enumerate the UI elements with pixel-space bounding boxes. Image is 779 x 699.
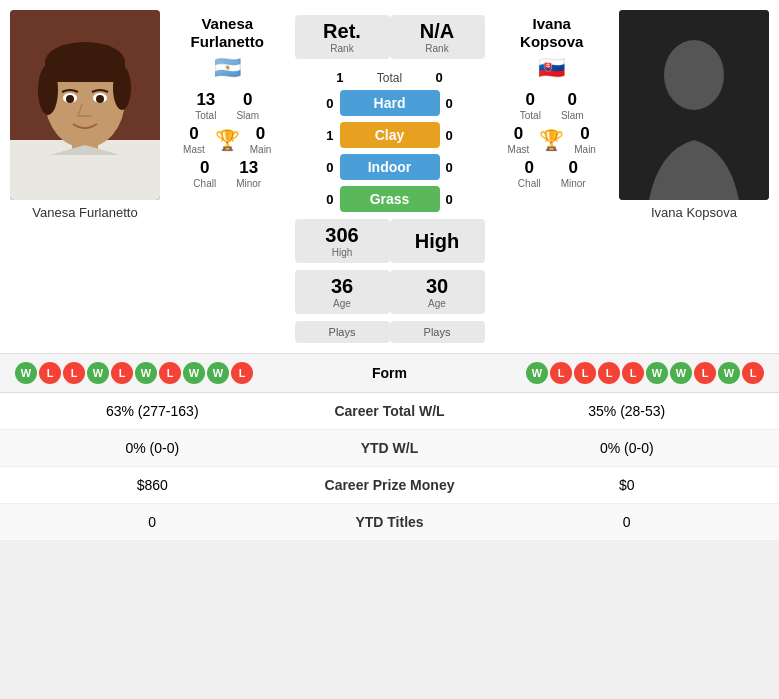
form-pill-l: L — [694, 362, 716, 384]
player1-mast-main-row: 0 Mast 🏆 0 Main — [160, 124, 295, 155]
player2-form-pills: WLLLLWWLWL — [526, 362, 764, 384]
form-pill-l: L — [550, 362, 572, 384]
player1-stats: 13 Total 0 Slam 0 Mast 🏆 0 — [160, 87, 295, 192]
form-pill-w: W — [87, 362, 109, 384]
form-pill-w: W — [135, 362, 157, 384]
player2-prize: $0 — [490, 477, 765, 493]
player2-high-box: High — [390, 219, 485, 263]
player1-chall-minor-row: 0 Chall 13 Minor — [160, 158, 295, 189]
player1-prize: $860 — [15, 477, 290, 493]
player1-age-box: 36 Age — [295, 270, 390, 314]
player1-ytd-wl: 0% (0-0) — [15, 440, 290, 456]
player1-chall: 0 Chall — [193, 158, 216, 189]
player1-high-box: 306 High — [295, 219, 390, 263]
player2-chall-minor-row: 0 Chall 0 Minor — [485, 158, 620, 189]
career-wl-label: Career Total W/L — [290, 403, 490, 419]
hard-badge: Hard — [340, 90, 440, 116]
player1-name: Vanesa Furlanetto — [191, 15, 264, 51]
form-pill-l: L — [574, 362, 596, 384]
players-comparison-section: Vanesa Furlanetto Vanesa Furlanetto 🇦🇷 1… — [0, 0, 779, 353]
main-container: Vanesa Furlanetto Vanesa Furlanetto 🇦🇷 1… — [0, 0, 779, 541]
form-section: WLLWLWLWWL Form WLLLLWWLWL — [0, 353, 779, 392]
career-wl-row: 63% (277-163) Career Total W/L 35% (28-5… — [0, 393, 779, 430]
form-pill-w: W — [15, 362, 37, 384]
center-rank-section: Ret. Rank N/A Rank — [295, 15, 485, 59]
player1-mast: 0 Mast — [183, 124, 205, 155]
player1-total-slam-row: 13 Total 0 Slam — [160, 90, 295, 121]
player2-flag: 🇸🇰 — [538, 55, 565, 81]
form-pill-l: L — [231, 362, 253, 384]
svg-rect-5 — [45, 62, 125, 82]
form-pill-w: W — [646, 362, 668, 384]
form-pill-w: W — [207, 362, 229, 384]
grass-comparison-row: 0 Grass 0 — [295, 186, 485, 212]
form-pill-l: L — [159, 362, 181, 384]
svg-point-6 — [38, 65, 58, 115]
prize-label: Career Prize Money — [290, 477, 490, 493]
hard-comparison-row: 0 Hard 0 — [295, 90, 485, 116]
center-column: Ret. Rank N/A Rank 1 Total 0 0 Hard 0 — [295, 10, 485, 343]
ytd-titles-row: 0 YTD Titles 0 — [0, 504, 779, 541]
player2-trophy-icon: 🏆 — [539, 128, 564, 152]
svg-point-10 — [66, 95, 74, 103]
form-label: Form — [340, 365, 440, 381]
player1-slam: 0 Slam — [236, 90, 259, 121]
player2-name-below: Ivana Kopsova — [619, 205, 769, 220]
player2-ytd-wl: 0% (0-0) — [490, 440, 765, 456]
player2-name: Ivana Kopsova — [520, 15, 583, 51]
player1-photo-column: Vanesa Furlanetto — [10, 10, 160, 343]
player2-main: 0 Main — [574, 124, 596, 155]
player2-total: 0 Total — [520, 90, 541, 121]
player1-main: 0 Main — [250, 124, 272, 155]
form-pill-l: L — [598, 362, 620, 384]
clay-comparison-row: 1 Clay 0 — [295, 122, 485, 148]
clay-badge: Clay — [340, 122, 440, 148]
svg-point-13 — [664, 40, 724, 110]
player1-rank-box: Ret. Rank — [295, 15, 390, 59]
player2-age-box: 30 Age — [390, 270, 485, 314]
player1-trophy-icon: 🏆 — [215, 128, 240, 152]
player2-rank-box: N/A Rank — [390, 15, 485, 59]
prize-money-row: $860 Career Prize Money $0 — [0, 467, 779, 504]
form-pill-l: L — [111, 362, 133, 384]
indoor-badge: Indoor — [340, 154, 440, 180]
form-pill-w: W — [718, 362, 740, 384]
player2-stats-column: Ivana Kopsova 🇸🇰 0 Total 0 Slam — [485, 10, 620, 343]
indoor-comparison-row: 0 Indoor 0 — [295, 154, 485, 180]
player2-mast: 0 Mast — [508, 124, 530, 155]
player2-chall: 0 Chall — [518, 158, 541, 189]
player1-total: 13 Total — [195, 90, 216, 121]
player2-minor: 0 Minor — [561, 158, 586, 189]
player1-plays-box: Plays — [295, 321, 390, 343]
form-pill-l: L — [39, 362, 61, 384]
svg-point-11 — [96, 95, 104, 103]
svg-point-7 — [113, 66, 131, 110]
player1-name-below: Vanesa Furlanetto — [10, 205, 160, 220]
player2-slam: 0 Slam — [561, 90, 584, 121]
player1-photo — [10, 10, 160, 200]
ytd-wl-label: YTD W/L — [290, 440, 490, 456]
player2-mast-main-row: 0 Mast 🏆 0 Main — [485, 124, 620, 155]
player2-plays-box: Plays — [390, 321, 485, 343]
form-pill-l: L — [742, 362, 764, 384]
player1-career-wl: 63% (277-163) — [15, 403, 290, 419]
player2-photo — [619, 10, 769, 200]
form-pill-l: L — [63, 362, 85, 384]
form-pill-w: W — [183, 362, 205, 384]
player1-titles: 0 — [15, 514, 290, 530]
grass-badge: Grass — [340, 186, 440, 212]
player2-career-wl: 35% (28-53) — [490, 403, 765, 419]
player2-titles: 0 — [490, 514, 765, 530]
ytd-wl-row: 0% (0-0) YTD W/L 0% (0-0) — [0, 430, 779, 467]
form-pill-l: L — [622, 362, 644, 384]
player1-form-pills: WLLWLWLWWL — [15, 362, 253, 384]
player1-flag: 🇦🇷 — [214, 55, 241, 81]
titles-label: YTD Titles — [290, 514, 490, 530]
player1-minor: 13 Minor — [236, 158, 261, 189]
player2-photo-column: Ivana Kopsova — [619, 10, 769, 343]
total-comparison-row: 1 Total 0 — [295, 70, 485, 85]
player2-stats: 0 Total 0 Slam 0 Mast 🏆 0 — [485, 87, 620, 192]
player2-total-slam-row: 0 Total 0 Slam — [485, 90, 620, 121]
form-pill-w: W — [670, 362, 692, 384]
form-pill-w: W — [526, 362, 548, 384]
